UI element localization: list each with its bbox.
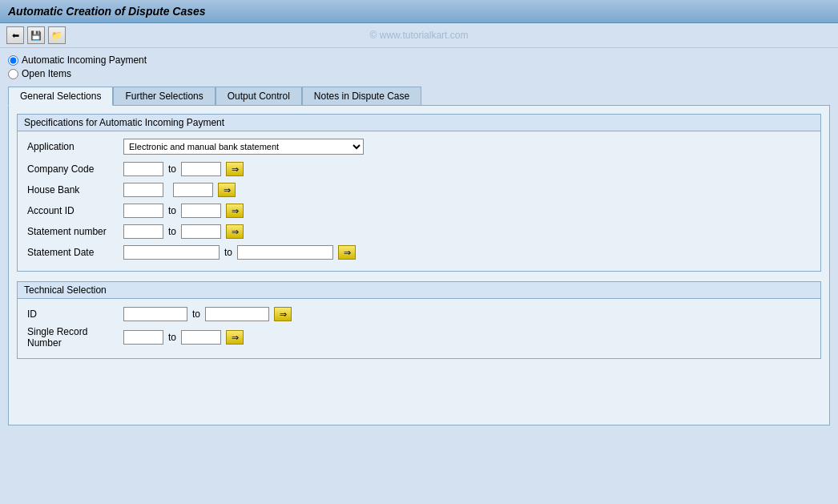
folder-button[interactable]: 📁 xyxy=(48,26,66,44)
house-bank-label: House Bank xyxy=(27,184,123,196)
radio-open-items-input[interactable] xyxy=(8,69,18,79)
id-to[interactable] xyxy=(205,307,269,321)
radio-open-items-label: Open Items xyxy=(22,68,71,79)
specs-section-body: Application Electronic and manual bank s… xyxy=(18,131,820,271)
house-bank-row: House Bank xyxy=(27,181,811,199)
tab-content: Specifications for Automatic Incoming Pa… xyxy=(8,105,830,425)
title-bar: Automatic Creation of Dispute Cases xyxy=(0,0,838,23)
account-id-label: Account ID xyxy=(27,205,123,216)
statement-date-arrow[interactable] xyxy=(338,245,356,260)
technical-section-title: Technical Selection xyxy=(18,282,820,299)
statement-date-to[interactable] xyxy=(237,245,333,260)
account-id-to[interactable] xyxy=(181,204,221,218)
tab-further-selections[interactable]: Further Selections xyxy=(113,87,215,106)
statement-number-row: Statement number to xyxy=(27,223,811,240)
single-record-row: Single Record Number to xyxy=(27,326,811,349)
watermark: © www.tutorialkart.com xyxy=(370,30,469,41)
house-bank-to[interactable] xyxy=(173,183,213,197)
single-record-arrow[interactable] xyxy=(226,330,244,345)
specs-section: Specifications for Automatic Incoming Pa… xyxy=(17,114,821,272)
statement-number-arrow[interactable] xyxy=(226,224,244,239)
radio-automatic: Automatic Incoming Payment xyxy=(8,54,830,66)
tab-output-control[interactable]: Output Control xyxy=(216,87,302,106)
to-label-company: to xyxy=(168,163,176,175)
single-record-label: Single Record Number xyxy=(27,326,123,349)
account-id-row: Account ID to xyxy=(27,202,811,220)
company-code-from[interactable] xyxy=(123,162,163,176)
single-record-to[interactable] xyxy=(181,330,221,345)
tabs: General Selections Further Selections Ou… xyxy=(8,86,830,105)
to-label-single-record: to xyxy=(168,332,176,343)
statement-number-to[interactable] xyxy=(181,224,221,239)
statement-number-label: Statement number xyxy=(27,226,123,237)
statement-date-label: Statement Date xyxy=(27,247,123,258)
main-content: Automatic Incoming Payment Open Items Ge… xyxy=(0,48,838,432)
company-code-arrow[interactable] xyxy=(226,162,244,176)
account-id-from[interactable] xyxy=(123,204,163,218)
to-label-statement-date: to xyxy=(224,247,232,258)
single-record-from[interactable] xyxy=(123,330,163,345)
house-bank-arrow[interactable] xyxy=(218,183,236,197)
id-row: ID to xyxy=(27,305,811,323)
technical-section-body: ID to Single Record Number to xyxy=(18,299,820,358)
radio-group: Automatic Incoming Payment Open Items xyxy=(8,54,830,79)
back-button[interactable]: ⬅ xyxy=(6,26,24,44)
to-label-id: to xyxy=(192,308,200,320)
radio-automatic-label: Automatic Incoming Payment xyxy=(22,54,147,66)
account-id-arrow[interactable] xyxy=(226,204,244,218)
specs-section-title: Specifications for Automatic Incoming Pa… xyxy=(18,115,820,131)
company-code-row: Company Code to xyxy=(27,160,811,178)
statement-date-from[interactable] xyxy=(123,245,220,260)
statement-date-row: Statement Date to xyxy=(27,244,811,261)
house-bank-from[interactable] xyxy=(123,183,163,197)
application-dropdown[interactable]: Electronic and manual bank statement Man… xyxy=(123,139,364,155)
to-label-statement-number: to xyxy=(168,226,176,237)
to-label-account-id: to xyxy=(168,205,176,216)
tab-general-selections[interactable]: General Selections xyxy=(8,87,113,106)
application-row: Application Electronic and manual bank s… xyxy=(27,138,811,155)
tabs-container: General Selections Further Selections Ou… xyxy=(8,86,830,425)
application-label: Application xyxy=(27,141,123,152)
company-code-label: Company Code xyxy=(27,163,123,175)
statement-number-from[interactable] xyxy=(123,224,163,239)
technical-section: Technical Selection ID to Single Record … xyxy=(17,281,821,359)
page-title: Automatic Creation of Dispute Cases xyxy=(8,5,206,18)
save-button[interactable]: 💾 xyxy=(27,26,45,44)
radio-open-items: Open Items xyxy=(8,68,830,79)
radio-automatic-input[interactable] xyxy=(8,55,18,66)
company-code-to[interactable] xyxy=(181,162,221,176)
toolbar: ⬅ 💾 📁 © www.tutorialkart.com xyxy=(0,23,838,48)
tab-notes-dispute-case[interactable]: Notes in Dispute Case xyxy=(302,87,421,106)
id-arrow[interactable] xyxy=(274,307,292,321)
id-from[interactable] xyxy=(123,307,187,321)
id-label: ID xyxy=(27,308,123,320)
